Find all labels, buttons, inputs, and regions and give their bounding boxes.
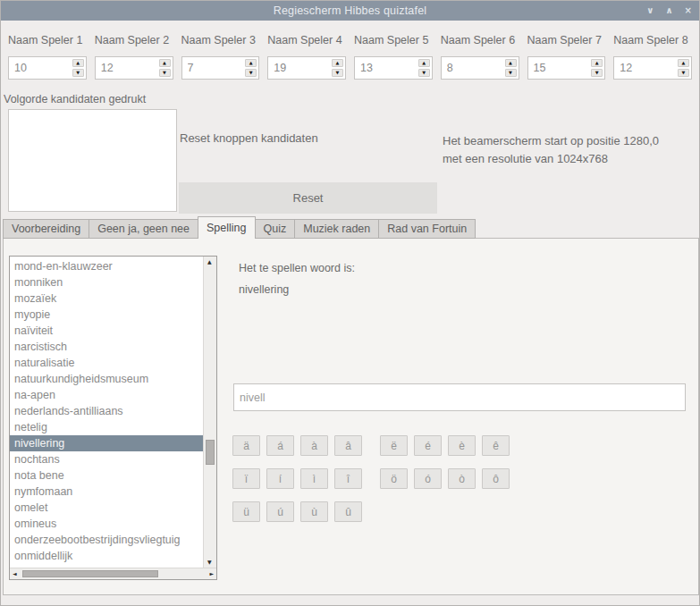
- accent-button[interactable]: ó: [414, 468, 442, 489]
- accent-button[interactable]: ï: [232, 468, 260, 489]
- accent-button[interactable]: ë: [380, 435, 408, 456]
- list-item[interactable]: nochtans: [10, 451, 203, 467]
- vertical-scrollbar-thumb[interactable]: [206, 440, 215, 465]
- spin-down-icon[interactable]: ▼: [591, 69, 603, 77]
- accent-row-a-e: ä á à â ë é è ê: [232, 435, 510, 456]
- vertical-scrollbar[interactable]: ▲ ▼: [203, 257, 216, 568]
- player-2-score-input[interactable]: [96, 57, 157, 79]
- spin-down-icon[interactable]: ▼: [159, 69, 171, 77]
- accent-button[interactable]: ô: [482, 468, 510, 489]
- list-item[interactable]: onderzeebootbestrijdingsvliegtuig: [10, 532, 203, 548]
- list-item[interactable]: nederlands-antilliaans: [10, 403, 203, 419]
- accent-button[interactable]: è: [448, 435, 476, 456]
- scroll-left-icon[interactable]: ◄: [13, 571, 17, 577]
- tab-muziek-raden[interactable]: Muziek raden: [294, 219, 379, 239]
- word-list: mond-en-klauwzeer monniken mozaïek myopi…: [10, 257, 203, 568]
- accent-button[interactable]: ä: [232, 435, 260, 456]
- list-item[interactable]: omelet: [10, 500, 203, 516]
- accent-button[interactable]: í: [266, 468, 294, 489]
- scroll-down-icon[interactable]: ▼: [207, 560, 212, 565]
- tab-voorbereiding[interactable]: Voorbereiding: [3, 219, 89, 239]
- player-7-score-spinbox: ▲ ▼: [527, 56, 606, 80]
- list-item[interactable]: nota bene: [10, 467, 203, 484]
- player-6-score-input[interactable]: [442, 57, 503, 79]
- player-7-spin-buttons: ▲ ▼: [589, 57, 604, 79]
- scroll-right-icon[interactable]: ►: [209, 571, 214, 577]
- player-3-score-input[interactable]: [182, 57, 244, 79]
- list-item[interactable]: netelig: [10, 419, 203, 435]
- accent-button[interactable]: ò: [448, 468, 476, 489]
- spin-up-icon[interactable]: ▲: [591, 59, 603, 67]
- horizontal-scrollbar[interactable]: ◄ ►: [10, 568, 216, 579]
- player-8-label: Naam Speler 8: [613, 34, 692, 46]
- horizontal-scrollbar-thumb[interactable]: [22, 570, 158, 577]
- accent-button[interactable]: ì: [300, 468, 328, 489]
- accent-button[interactable]: á: [266, 435, 294, 456]
- player-5-label: Naam Speler 5: [354, 34, 433, 46]
- accent-button[interactable]: ê: [482, 435, 510, 456]
- list-item[interactable]: nymfomaan: [10, 484, 203, 500]
- current-spelling-word: nivellering: [239, 283, 289, 296]
- scroll-up-icon[interactable]: ▲: [207, 259, 212, 265]
- player-8-score-input[interactable]: [614, 57, 676, 79]
- spin-down-icon[interactable]: ▼: [72, 69, 84, 77]
- shade-icon[interactable]: ∨: [646, 1, 654, 21]
- list-item[interactable]: naïviteit: [10, 323, 203, 339]
- reset-button[interactable]: Reset: [179, 182, 437, 214]
- list-item[interactable]: monniken: [10, 274, 203, 290]
- player-1-score-input[interactable]: [9, 57, 71, 79]
- tab-rad-van-fortuin[interactable]: Rad van Fortuin: [378, 219, 476, 239]
- accent-button[interactable]: é: [414, 435, 442, 456]
- accent-button[interactable]: ü: [232, 501, 260, 522]
- spin-down-icon[interactable]: ▼: [332, 69, 343, 77]
- spin-up-icon[interactable]: ▲: [72, 59, 84, 67]
- player-6-score-spinbox: ▲ ▼: [441, 56, 519, 80]
- spin-up-icon[interactable]: ▲: [245, 59, 257, 67]
- spin-up-icon[interactable]: ▲: [418, 59, 430, 67]
- accent-button[interactable]: ú: [266, 501, 294, 522]
- list-item[interactable]: naturalisatie: [10, 355, 203, 371]
- list-item[interactable]: mond-en-klauwzeer: [10, 258, 203, 274]
- spin-up-icon[interactable]: ▲: [678, 59, 689, 67]
- tab-bar: Voorbereiding Geen ja, geen nee Spelling…: [3, 217, 475, 239]
- player-8-spin-buttons: ▲ ▼: [676, 57, 691, 79]
- list-item[interactable]: omineus: [10, 516, 203, 532]
- list-item[interactable]: narcistisch: [10, 339, 203, 355]
- list-item-selected[interactable]: nivellering: [10, 435, 203, 451]
- player-3-column: Naam Speler 3 ▲ ▼: [181, 34, 260, 80]
- player-1-label: Naam Speler 1: [8, 34, 87, 46]
- spin-down-icon[interactable]: ▼: [245, 69, 257, 77]
- spin-down-icon[interactable]: ▼: [418, 69, 430, 77]
- accent-button[interactable]: â: [334, 435, 362, 456]
- maximize-icon[interactable]: ∧: [665, 1, 672, 21]
- spin-down-icon[interactable]: ▼: [678, 69, 689, 77]
- player-5-score-input[interactable]: [355, 57, 417, 79]
- list-item[interactable]: onmiddellijk: [10, 548, 203, 564]
- player-4-column: Naam Speler 4 ▲ ▼: [267, 34, 346, 80]
- player-4-label: Naam Speler 4: [267, 34, 346, 46]
- player-7-score-input[interactable]: [528, 57, 590, 79]
- player-7-column: Naam Speler 7 ▲ ▼: [527, 34, 606, 80]
- close-icon[interactable]: ×: [685, 1, 692, 21]
- tab-quiz[interactable]: Quiz: [255, 219, 296, 239]
- accent-button[interactable]: à: [300, 435, 328, 456]
- tab-spelling[interactable]: Spelling: [198, 216, 255, 239]
- spin-up-icon[interactable]: ▲: [505, 59, 517, 67]
- list-item[interactable]: na-apen: [10, 387, 203, 403]
- players-row: Naam Speler 1 ▲ ▼ Naam Speler 2 ▲ ▼ Naam…: [8, 34, 692, 80]
- spin-down-icon[interactable]: ▼: [505, 69, 517, 77]
- accent-button[interactable]: ö: [380, 468, 408, 489]
- queue-textbox[interactable]: [8, 109, 177, 212]
- player-4-score-input[interactable]: [268, 57, 330, 79]
- word-listbox: mond-en-klauwzeer monniken mozaïek myopi…: [9, 256, 217, 580]
- list-item[interactable]: natuurkundigheidsmuseum: [10, 371, 203, 387]
- list-item[interactable]: mozaïek: [10, 290, 203, 307]
- list-item[interactable]: myopie: [10, 307, 203, 323]
- spin-up-icon[interactable]: ▲: [332, 59, 343, 67]
- tab-geen-ja-geen-nee[interactable]: Geen ja, geen nee: [89, 219, 198, 239]
- accent-button[interactable]: î: [334, 468, 362, 489]
- accent-button[interactable]: û: [334, 501, 362, 522]
- spelling-answer-input[interactable]: [233, 383, 686, 411]
- accent-button[interactable]: ù: [300, 501, 328, 522]
- spin-up-icon[interactable]: ▲: [159, 59, 171, 67]
